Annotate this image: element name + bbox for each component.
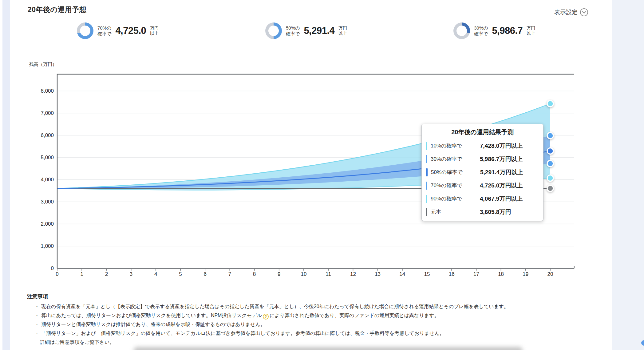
y-tick-label: 3,000 — [26, 199, 54, 205]
x-tick-label: 17 — [468, 271, 484, 278]
y-tick-label: 6,000 — [26, 132, 54, 139]
notes-heading: 注意事項 — [27, 293, 48, 300]
y-tick-label: 2,000 — [26, 221, 54, 227]
y-tick-label: 5,000 — [26, 154, 54, 161]
tooltip-row-principal: 元本 3,605.8万円 — [426, 205, 539, 219]
x-tick-label: 3 — [124, 271, 139, 278]
x-tick-label: 7 — [222, 271, 237, 278]
bullet-marker: ・ — [34, 313, 39, 318]
fan-chart[interactable] — [0, 0, 644, 350]
x-tick-label: 5 — [173, 271, 188, 278]
legend-tick-p10 — [426, 142, 427, 150]
x-tick-label: 12 — [345, 271, 361, 278]
below-fold-element-shadow — [134, 347, 523, 350]
legend-tick-principal — [426, 208, 427, 216]
note-text: 期待リターンと価格変動リスクは推計値であり、将来の成果を示唆・保証するものではあ… — [41, 322, 265, 327]
x-tick-label: 19 — [518, 271, 533, 278]
tooltip-row-p50: 50%の確率で 5,291.4万円以上 — [426, 166, 539, 179]
marker-p90[interactable] — [547, 175, 553, 181]
y-tick-label: 1,000 — [26, 243, 54, 250]
legend-tick-p90 — [426, 195, 427, 203]
tooltip-row-p70: 70%の確率で 4,725.0万円以上 — [426, 179, 539, 192]
y-tick-label: 4,000 — [26, 176, 54, 183]
tooltip-row-value: 5,986.7万円以上 — [480, 155, 523, 163]
marker-principal[interactable] — [547, 185, 553, 191]
x-tick-label: 20 — [543, 271, 558, 278]
legend-tick-p70 — [426, 182, 427, 190]
tooltip-row-value: 4,067.9万円以上 — [480, 195, 523, 203]
tooltip-row-label: 10%の確率で — [431, 142, 480, 149]
x-tick-label: 6 — [197, 271, 213, 278]
x-tick-label: 11 — [321, 271, 336, 278]
note-text: 「期待リターン」および「価格変動リスク」の値を用いて、モンテカルロ法に基づき参考… — [41, 331, 444, 336]
note-text: 現在の保有資産を「元本」とし（【表示設定】で表示する資産を指定した場合はその指定… — [41, 304, 509, 309]
note-text: 算出にあたっては、期待リターンおよび価格変動リスクを使用しています。NPM投信リ… — [41, 313, 262, 318]
tooltip-row-label: 70%の確率で — [431, 182, 480, 189]
x-tick-label: 15 — [419, 271, 435, 278]
tooltip-row-p10: 10%の確率で 7,428.0万円以上 — [426, 139, 539, 152]
tooltip-row-value: 5,291.4万円以上 — [480, 168, 523, 176]
help-question-icon[interactable]: ? — [263, 314, 269, 320]
marker-p70[interactable] — [547, 160, 553, 167]
bullet-marker: ・ — [34, 322, 39, 327]
marker-p30[interactable] — [547, 133, 553, 139]
tooltip-row-value: 7,428.0万円以上 — [480, 142, 523, 150]
tooltip-row-value: 3,605.8万円 — [480, 208, 511, 216]
forecast-tooltip: 20年後の運用結果予測 10%の確率で 7,428.0万円以上 30%の確率で … — [421, 124, 543, 221]
tooltip-row-label: 元本 — [431, 208, 480, 215]
legend-tick-p30 — [426, 155, 427, 163]
marker-p50[interactable] — [547, 148, 553, 154]
note-item-1: ・現在の保有資産を「元本」とし（【表示設定】で表示する資産を指定した場合はその指… — [34, 304, 509, 310]
y-tick-label: 8,000 — [26, 88, 54, 95]
x-tick-label: 1 — [74, 271, 89, 278]
note-text: により算出された数値であり、実際のファンドの運用実績とは異なります。 — [270, 313, 439, 318]
x-tick-label: 10 — [296, 271, 311, 278]
note-item-2: ・算出にあたっては、期待リターンおよび価格変動リスクを使用しています。NPM投信… — [34, 312, 439, 320]
legend-tick-p50 — [426, 168, 428, 176]
x-tick-label: 2 — [99, 271, 114, 278]
x-axis-tick-marks — [57, 268, 550, 271]
x-tick-label: 14 — [395, 271, 410, 278]
x-tick-label: 0 — [49, 271, 65, 278]
note-item-3: ・期待リターンと価格変動リスクは推計値であり、将来の成果を示唆・保証するものでは… — [34, 321, 265, 328]
y-tick-label: 7,000 — [26, 110, 54, 117]
note-item-4: ・「期待リターン」および「価格変動リスク」の値を用いて、モンテカルロ法に基づき参… — [34, 330, 444, 337]
x-tick-label: 18 — [493, 271, 509, 278]
marker-p10[interactable] — [547, 101, 553, 107]
tooltip-row-label: 30%の確率で — [431, 155, 480, 163]
x-tick-label: 16 — [444, 271, 459, 278]
note-text: 詳細はご留意事項をご覧下さい。 — [40, 340, 114, 345]
tooltip-row-label: 90%の確率で — [431, 195, 480, 202]
tooltip-row-p30: 30%の確率で 5,986.7万円以上 — [426, 152, 539, 166]
x-tick-label: 8 — [247, 271, 262, 278]
x-tick-label: 13 — [370, 271, 385, 278]
tooltip-title: 20年後の運用結果予測 — [426, 128, 539, 136]
bullet-marker: ・ — [34, 304, 39, 309]
tooltip-row-value: 4,725.0万円以上 — [480, 182, 523, 190]
x-tick-label: 4 — [148, 271, 164, 278]
note-item-4-continuation: 詳細はご留意事項をご覧下さい。 — [40, 339, 114, 346]
tooltip-row-label: 50%の確率で — [431, 169, 480, 176]
bullet-marker: ・ — [34, 331, 39, 336]
x-tick-label: 9 — [271, 271, 287, 278]
tooltip-row-p90: 90%の確率で 4,067.9万円以上 — [426, 192, 539, 205]
